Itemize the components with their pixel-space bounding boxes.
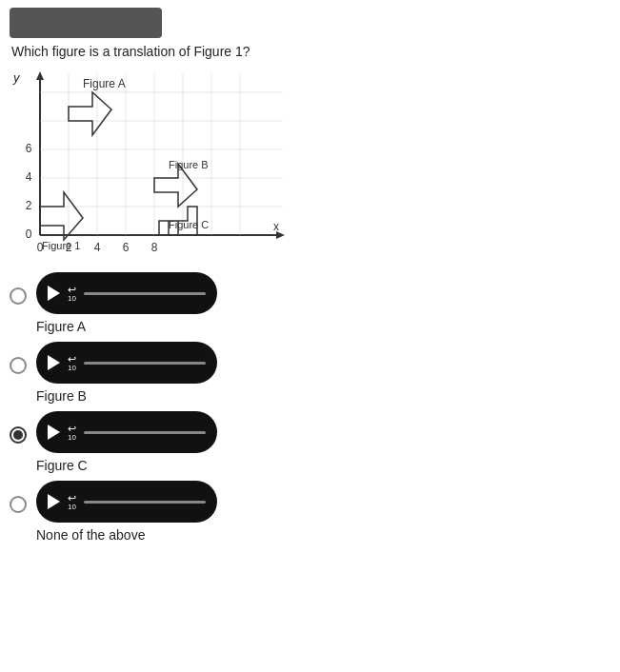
replay-icon-b: ↩ 10	[68, 354, 76, 372]
replay-icon-c: ↩ 10	[68, 424, 76, 442]
option-row-c: ↩ 10 Figure C	[10, 411, 610, 473]
radio-c[interactable]	[10, 426, 27, 444]
radio-d[interactable]	[10, 496, 27, 513]
option-row-b: ↩ 10 Figure B	[10, 342, 610, 404]
progress-bar-b	[84, 362, 206, 365]
svg-text:0: 0	[26, 227, 32, 241]
option-content-b: ↩ 10 Figure B	[36, 342, 217, 404]
top-bar	[10, 8, 162, 38]
svg-text:2: 2	[26, 199, 32, 212]
replay-icon-a: ↩ 10	[68, 285, 76, 303]
play-icon-b	[48, 355, 60, 370]
svg-marker-2	[36, 71, 44, 80]
option-content-a: ↩ 10 Figure A	[36, 272, 217, 334]
svg-marker-27	[40, 192, 83, 240]
graph-container: y 0 2 4 6	[11, 69, 297, 259]
question-text: Which figure is a translation of Figure …	[11, 44, 609, 59]
player-bar-c[interactable]: ↩ 10	[36, 411, 217, 453]
option-content-c: ↩ 10 Figure C	[36, 411, 217, 473]
svg-text:4: 4	[26, 170, 32, 184]
progress-bar-d	[84, 501, 206, 504]
svg-text:4: 4	[94, 241, 101, 254]
svg-text:8: 8	[151, 241, 158, 254]
svg-text:6: 6	[123, 241, 130, 254]
progress-bar-c	[84, 431, 206, 434]
player-bar-b[interactable]: ↩ 10	[36, 342, 217, 384]
graph-svg: 0 2 4 6 0 2 4 6 8 x Figure A Figure 1 Fi…	[11, 69, 297, 259]
play-icon-d	[48, 494, 60, 509]
svg-text:x: x	[273, 220, 279, 233]
radio-inner-c	[13, 430, 23, 440]
svg-text:6: 6	[26, 142, 32, 155]
option-label-b: Figure B	[36, 388, 217, 404]
svg-text:Figure B: Figure B	[169, 159, 209, 170]
player-bar-a[interactable]: ↩ 10	[36, 272, 217, 314]
svg-text:Figure 1: Figure 1	[42, 240, 80, 251]
option-content-d: ↩ 10 None of the above	[36, 481, 217, 543]
option-label-c: Figure C	[36, 458, 217, 473]
option-label-d: None of the above	[36, 527, 217, 543]
option-row-a: ↩ 10 Figure A	[10, 272, 610, 334]
svg-marker-29	[69, 92, 111, 135]
option-label-a: Figure A	[36, 319, 217, 334]
player-bar-d[interactable]: ↩ 10	[36, 481, 217, 523]
replay-icon-d: ↩ 10	[68, 493, 76, 511]
play-icon-a	[48, 286, 60, 301]
progress-bar-a	[84, 292, 206, 295]
radio-b[interactable]	[10, 357, 27, 374]
options-container: ↩ 10 Figure A ↩ 10 Figure B	[10, 272, 610, 543]
svg-text:Figure A: Figure A	[83, 77, 126, 90]
option-row-d: ↩ 10 None of the above	[10, 481, 610, 543]
radio-a[interactable]	[10, 287, 27, 305]
play-icon-c	[48, 425, 60, 440]
